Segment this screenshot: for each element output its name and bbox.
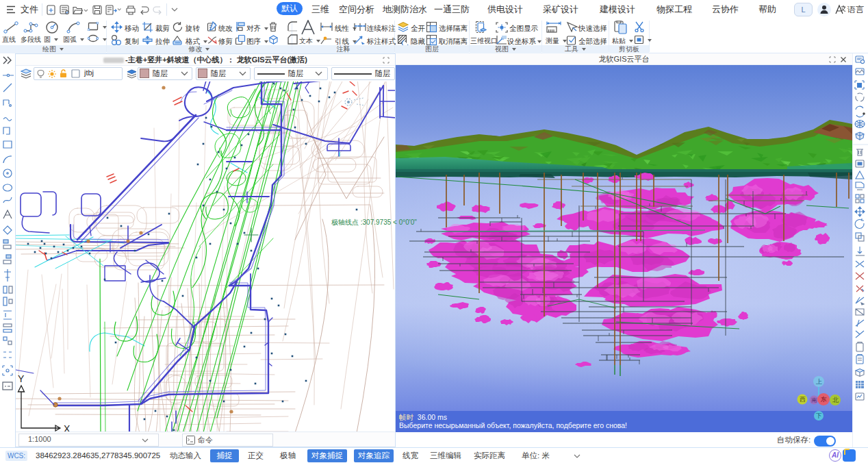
svg-text:南: 南 xyxy=(811,397,817,403)
svg-text:西: 西 xyxy=(800,396,806,403)
svg-text:Y: Y xyxy=(18,373,25,384)
svg-text:上: 上 xyxy=(816,378,822,385)
svg-text:北: 北 xyxy=(832,397,839,403)
svg-text:X: X xyxy=(64,423,71,431)
svg-text:东: 东 xyxy=(820,396,827,403)
